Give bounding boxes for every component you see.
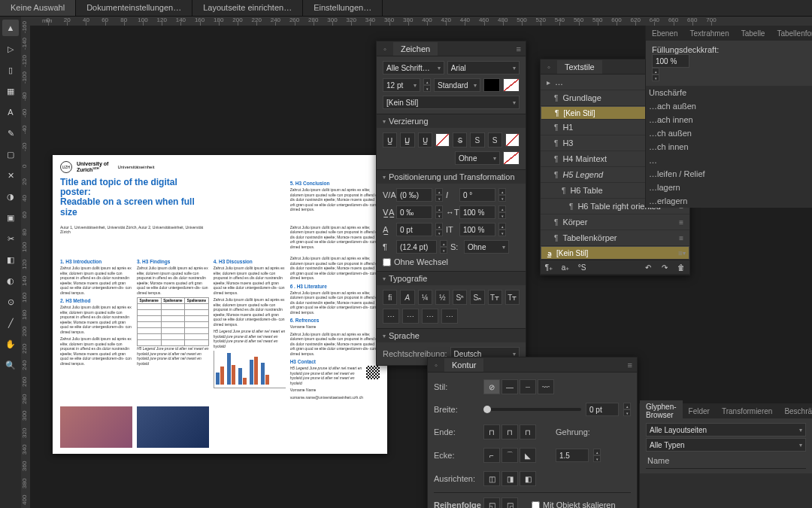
style-row[interactable]: a̲[Kein Stil]≡ [541, 246, 689, 260]
sup-btn[interactable]: Sⁿ [453, 290, 467, 305]
effect-item[interactable]: …leifen / Relief [646, 167, 812, 181]
style-row[interactable]: ¶Tabellenkörper≡ [541, 230, 689, 246]
char-style-select[interactable]: [Kein Stil] [383, 96, 520, 109]
swash-btn[interactable]: A [400, 290, 414, 305]
node-tool[interactable]: ▷ [2, 41, 19, 57]
menu-dokumenteinstellungen[interactable]: Dokumenteinstellungen… [76, 0, 192, 16]
baseline-step[interactable]: ▴▾ [435, 223, 443, 236]
stroke-dash-btn[interactable]: ┄ [520, 379, 536, 394]
decor-swatch[interactable] [503, 151, 520, 165]
no-change-checkbox[interactable] [383, 258, 391, 266]
rtab-tabelle[interactable]: Tabelle [735, 27, 771, 40]
picture-frame-tool[interactable]: ✕ [2, 167, 19, 184]
menu-keine-auswahl[interactable]: Keine Auswahl [0, 0, 76, 16]
smallcaps-btn[interactable]: Tᴛ [488, 290, 502, 305]
colour-picker-tool[interactable]: ⊙ [2, 294, 19, 310]
table-tool[interactable]: ▦ [2, 83, 19, 99]
language-section[interactable]: Sprache [377, 328, 526, 342]
text-frame-tool[interactable]: ▯ [2, 62, 19, 78]
move-tool[interactable]: ▲ [2, 20, 19, 36]
rtab-ebenen[interactable]: Ebenen [646, 27, 683, 40]
underline-colour-btn[interactable]: U̲ [418, 132, 432, 148]
join-round-btn[interactable]: ⌒ [501, 448, 518, 463]
typo-more-3[interactable]: ⋯ [422, 309, 438, 324]
vscale-step[interactable]: ▴▾ [498, 223, 506, 236]
strike3-btn[interactable]: S [488, 132, 502, 148]
btab-felder[interactable]: Felder [683, 405, 716, 418]
cap-round-btn[interactable]: ⊓ [501, 424, 518, 440]
strike-swatch[interactable] [505, 133, 520, 147]
zeichen-tab[interactable]: Zeichen [393, 42, 438, 56]
stroke-solid-btn[interactable]: — [501, 379, 518, 394]
effect-item[interactable]: …ach innen [646, 113, 812, 126]
decoration-select[interactable]: Ohne [455, 151, 500, 165]
add-para-style-btn[interactable]: ¶₊ [541, 260, 557, 275]
typo-more-2[interactable]: ⋯ [402, 309, 419, 324]
style-row[interactable]: ¶Körper≡ [541, 214, 689, 230]
tracking-step[interactable]: ▴▾ [435, 188, 443, 202]
kerning-step[interactable]: ▴▾ [435, 205, 443, 219]
hscale-field[interactable]: 100 % [459, 205, 495, 219]
layout-pages-select[interactable]: Alle Layoutseiten [646, 423, 806, 437]
join-miter-btn[interactable]: ⌐ [483, 448, 500, 463]
vscale-field[interactable]: 100 % [459, 223, 495, 236]
sub-btn[interactable]: Sₙ [470, 290, 484, 305]
leading-field[interactable]: (12.4 pt) [396, 240, 437, 254]
shear-field[interactable]: 0 ° [459, 188, 495, 202]
effect-item[interactable]: Unschärfe [646, 86, 812, 99]
font-style-select[interactable]: Standard [434, 78, 480, 92]
document-poster[interactable]: UZH University ofZurichUZH Universitätse… [53, 155, 387, 454]
cap-butt-btn[interactable]: ⊓ [483, 424, 500, 440]
miter-step[interactable]: ▴▾ [593, 449, 601, 462]
decoration-section[interactable]: Verzierung [377, 114, 526, 128]
baseline-field[interactable]: 0 pt [396, 223, 432, 236]
pen-tool[interactable]: ✎ [2, 125, 19, 141]
menu-einstellungen[interactable]: Einstellungen… [303, 0, 383, 16]
stock-tool[interactable]: ◑ [2, 188, 19, 205]
zeichen-close[interactable]: ◦ [380, 44, 390, 54]
font-size-select[interactable]: 12 pt [383, 78, 420, 92]
underline-btn[interactable]: U̲ [383, 132, 397, 148]
opacity-field[interactable]: 100 % [652, 54, 689, 68]
stroke-width-step[interactable]: ▴▾ [623, 403, 631, 416]
text-colour-swatch[interactable] [483, 78, 500, 92]
font-collection-select[interactable]: Alle Schrift… [383, 61, 444, 75]
order-behind-btn[interactable]: ◱ [483, 497, 500, 508]
shape-tool[interactable]: ▢ [2, 146, 19, 163]
kontur-tab[interactable]: Kontur [444, 358, 483, 372]
tracking-field[interactable]: (0 ‰) [396, 188, 432, 202]
position-select[interactable]: Ohne [464, 240, 509, 254]
rtab-textrahmen[interactable]: Textrahmen [683, 27, 735, 40]
join-bevel-btn[interactable]: ◣ [520, 448, 536, 463]
effect-item[interactable]: …erlagern [646, 194, 812, 208]
stroke-width-slider[interactable] [483, 408, 581, 411]
kontur-close[interactable]: ◦ [431, 360, 441, 370]
effect-item[interactable]: …lagern [646, 181, 812, 194]
textstile-close[interactable]: ◦ [544, 62, 554, 72]
stroke-none-btn[interactable]: ⊘ [483, 379, 500, 394]
strike-btn[interactable]: S̶ [453, 132, 467, 148]
order-front-btn[interactable]: ◲ [501, 497, 518, 508]
strike2-btn[interactable]: S [470, 132, 484, 148]
transparency-tool[interactable]: ◐ [2, 272, 19, 289]
frac14-btn[interactable]: ¼ [418, 290, 432, 305]
scale-with-object-checkbox[interactable] [532, 501, 540, 509]
kerning-field[interactable]: 0 ‰ [396, 205, 432, 219]
shear-step[interactable]: ▴▾ [498, 188, 506, 202]
vector-crop-tool[interactable]: ✂ [2, 230, 19, 247]
view-tool[interactable]: ✋ [2, 336, 19, 352]
menu-layoutseite[interactable]: Layoutseite einrichten… [192, 0, 303, 16]
miter-field[interactable]: 1.5 [556, 449, 589, 462]
undo-style-btn[interactable]: ↶ [640, 260, 656, 275]
style-row-opts[interactable]: ≡ [679, 218, 683, 227]
typography-section[interactable]: Typografie [377, 271, 526, 285]
underline-swatch[interactable] [435, 133, 450, 147]
typo-more-4[interactable]: ⋯ [441, 309, 458, 324]
ligature-btn[interactable]: fi [383, 290, 397, 305]
stroke-width-field[interactable]: 0 pt [586, 403, 619, 416]
place-image-tool[interactable]: ▣ [2, 209, 19, 226]
frac12-btn[interactable]: ½ [435, 290, 450, 305]
align-center-btn[interactable]: ◫ [483, 471, 500, 486]
text-bg-swatch[interactable] [503, 78, 520, 92]
zeichen-options-icon[interactable]: ≡ [512, 44, 526, 53]
